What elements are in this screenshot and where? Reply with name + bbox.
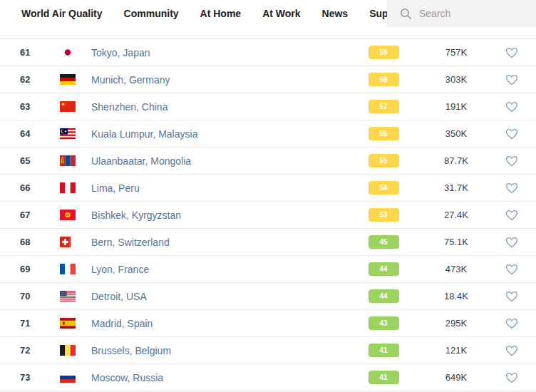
followers-count: 87.7K <box>425 155 488 166</box>
city-link[interactable]: Tokyo, Japan <box>91 47 342 58</box>
followers-count: 473K <box>425 264 488 274</box>
aqi-badge: 55 <box>368 154 399 167</box>
followers-count: 27.4K <box>425 210 488 220</box>
aqi-badge: 44 <box>368 262 399 276</box>
heart-icon <box>505 47 518 58</box>
country-flag-pe <box>60 182 91 193</box>
aqi-badge: 43 <box>368 316 399 330</box>
aqi-badge: 44 <box>368 289 399 303</box>
search-input[interactable] <box>419 8 526 19</box>
heart-icon <box>505 318 518 329</box>
heart-icon <box>505 372 518 383</box>
city-link[interactable]: Moscow, Russia <box>91 372 342 383</box>
aqi-badge: 55 <box>368 127 399 140</box>
city-link[interactable]: Brussels, Belgium <box>91 345 342 356</box>
country-flag-kg <box>60 210 91 220</box>
table-row[interactable]: 61 Tokyo, Japan 59 757K <box>0 39 536 66</box>
heart-icon <box>505 101 518 113</box>
country-flag-ru <box>60 372 91 383</box>
heart-icon <box>505 264 518 275</box>
nav-item-news[interactable]: News <box>322 8 349 19</box>
table-row[interactable]: 65 Ulaanbaatar, Mongolia 55 87.7K <box>0 148 536 175</box>
nav-item-community[interactable]: Community <box>124 8 179 19</box>
followers-count: 350K <box>425 128 488 139</box>
follow-heart-button[interactable] <box>504 289 520 304</box>
follow-heart-button[interactable] <box>504 73 520 87</box>
table-row[interactable]: 64 Kuala Lumpur, Malaysia 55 350K <box>0 120 536 148</box>
followers-count: 649K <box>425 372 488 383</box>
follow-heart-button[interactable] <box>504 127 520 141</box>
follow-heart-button[interactable] <box>504 46 520 60</box>
follow-heart-button[interactable] <box>504 262 520 277</box>
rank-number: 72 <box>0 345 60 356</box>
followers-count: 75.1K <box>425 237 488 247</box>
city-link[interactable]: Bishkek, Kyrgyzstan <box>91 210 342 221</box>
table-row[interactable]: 72 Brussels, Belgium 41 121K <box>0 337 536 364</box>
aqi-badge: 53 <box>368 208 399 222</box>
followers-count: 31.7K <box>425 182 488 193</box>
city-link[interactable]: Lima, Peru <box>91 182 342 194</box>
follow-heart-button[interactable] <box>504 371 520 385</box>
rank-number: 65 <box>0 155 60 166</box>
table-row[interactable]: 71 Madrid, Spain 43 295K <box>0 310 536 337</box>
followers-count: 191K <box>425 101 488 112</box>
table-row[interactable]: 69 Lyon, France 44 473K <box>0 256 536 283</box>
city-link[interactable]: Ulaanbaatar, Mongolia <box>91 155 342 167</box>
follow-heart-button[interactable] <box>504 235 520 249</box>
rank-number: 64 <box>0 128 60 139</box>
country-flag-be <box>60 345 91 356</box>
rank-number: 71 <box>0 318 60 329</box>
aqi-badge: 57 <box>368 100 399 113</box>
city-link[interactable]: Detroit, USA <box>91 291 342 302</box>
table-row[interactable]: 63 Shenzhen, China 57 191K <box>0 93 536 120</box>
city-link[interactable]: Bern, Switzerland <box>91 237 342 248</box>
city-link[interactable]: Shenzhen, China <box>91 101 342 113</box>
country-flag-de <box>60 74 91 85</box>
followers-count: 121K <box>425 345 488 356</box>
city-link[interactable]: Munich, Germany <box>91 74 342 86</box>
follow-heart-button[interactable] <box>504 154 520 168</box>
follow-heart-button[interactable] <box>504 344 520 358</box>
table-row[interactable]: 66 Lima, Peru 54 31.7K <box>0 175 536 202</box>
heart-icon <box>505 182 518 194</box>
city-link[interactable]: Kuala Lumpur, Malaysia <box>91 128 342 140</box>
table-row[interactable]: 67 Bishkek, Kyrgyzstan 53 27.4K <box>0 202 536 229</box>
nav-item-at-home[interactable]: At Home <box>200 8 242 19</box>
country-flag-es <box>60 318 91 329</box>
top-navbar: World Air Quality Community At Home At W… <box>0 0 536 38</box>
follow-heart-button[interactable] <box>504 208 520 222</box>
city-link[interactable]: Madrid, Spain <box>91 318 342 329</box>
rank-number: 73 <box>0 372 60 383</box>
follow-heart-button[interactable] <box>504 316 520 331</box>
table-row[interactable]: 73 Moscow, Russia 41 649K <box>0 364 536 391</box>
followers-count: 757K <box>425 47 488 58</box>
city-ranking-table: 61 Tokyo, Japan 59 757K 62 Munich, Germa… <box>0 38 536 391</box>
aqi-badge: 45 <box>368 235 399 249</box>
table-row[interactable]: 62 Munich, Germany 58 303K <box>0 66 536 93</box>
heart-icon <box>505 291 518 302</box>
nav-item-at-work[interactable]: At Work <box>262 8 300 19</box>
rank-number: 62 <box>0 74 60 85</box>
followers-count: 303K <box>425 74 488 85</box>
rank-number: 70 <box>0 291 60 301</box>
city-link[interactable]: Lyon, France <box>91 264 342 275</box>
country-flag-jp <box>60 47 91 58</box>
rank-number: 61 <box>0 47 60 58</box>
aqi-badge: 41 <box>368 371 399 384</box>
heart-icon <box>505 155 518 167</box>
country-flag-cn <box>60 101 91 112</box>
table-row[interactable]: 68 Bern, Switzerland 45 75.1K <box>0 229 536 256</box>
follow-heart-button[interactable] <box>504 181 520 195</box>
country-flag-us <box>60 291 91 301</box>
rank-number: 69 <box>0 264 60 274</box>
follow-heart-button[interactable] <box>504 100 520 114</box>
followers-count: 18.4K <box>425 291 488 301</box>
aqi-badge: 54 <box>368 181 399 195</box>
rank-number: 67 <box>0 210 60 220</box>
heart-icon <box>505 345 518 356</box>
search-box[interactable] <box>387 0 536 27</box>
table-row[interactable]: 70 Detroit, USA 44 18.4K <box>0 283 536 310</box>
nav-item-world-air-quality[interactable]: World Air Quality <box>21 8 103 19</box>
followers-count: 295K <box>425 318 488 329</box>
country-flag-fr <box>60 264 91 274</box>
